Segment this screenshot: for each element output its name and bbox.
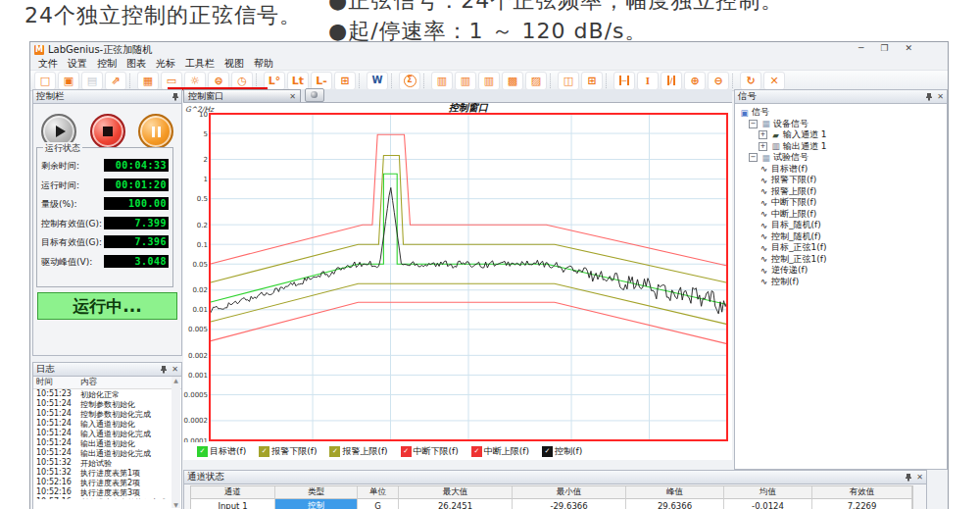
table-view-button[interactable]: ⊞: [581, 72, 603, 90]
wave-icon: ∿: [759, 177, 769, 185]
sigma-analysis-button[interactable]: Σ: [399, 72, 420, 90]
vertical-cursor-button[interactable]: I: [637, 72, 659, 90]
log-content: 执行进度表第3项: [77, 487, 140, 497]
menu-item-2[interactable]: 设置: [63, 57, 92, 71]
menu-item-3[interactable]: 控制: [92, 57, 122, 71]
expand-icon[interactable]: +: [759, 130, 767, 139]
status-field-row: 控制有效值(G):7.399: [37, 214, 172, 233]
legend-checkbox[interactable]: ✓: [259, 446, 270, 457]
close-icon[interactable]: ✕: [937, 92, 944, 101]
legend-item[interactable]: ✓目标谱(f): [197, 445, 246, 458]
tree-item[interactable]: ▣信号: [737, 107, 947, 119]
tree-item[interactable]: ∿控制_随机(f): [737, 231, 947, 243]
mixed-chart-button[interactable]: ▩: [502, 72, 523, 90]
export-button[interactable]: ⇗: [105, 72, 126, 90]
toolbar-separator: [359, 74, 364, 88]
minimize-button[interactable]: ─: [858, 43, 863, 53]
menu-item-7[interactable]: 视图: [220, 57, 249, 71]
tab-control-window[interactable]: 控制窗口 ✕: [183, 89, 301, 102]
spectrum-chart-1-button[interactable]: ▥: [431, 72, 453, 90]
window-title: LabGenius-正弦加随机: [48, 43, 152, 57]
word-report-button[interactable]: W: [367, 72, 388, 90]
legend-item[interactable]: ✓中断上限(f): [471, 445, 529, 458]
refresh-button[interactable]: ↻: [740, 72, 761, 90]
print-button[interactable]: ▦: [137, 72, 159, 90]
legend-item[interactable]: ✓控制(f): [542, 445, 582, 458]
menu-item-1[interactable]: 文件: [33, 57, 63, 71]
close-icon[interactable]: ✕: [916, 473, 923, 482]
layout-grid-button[interactable]: ◫: [558, 72, 579, 90]
menu-item-8[interactable]: 帮助: [249, 57, 278, 71]
menu-item-4[interactable]: 图表: [122, 57, 151, 71]
menu-item-6[interactable]: 工具栏: [180, 57, 220, 71]
legend-item[interactable]: ✓中断下限(f): [401, 445, 459, 458]
new-file-button[interactable]: □: [34, 72, 56, 90]
pin-icon[interactable]: [161, 366, 167, 374]
tree-item[interactable]: ∿目标_正弦1(f): [737, 242, 947, 254]
zoom-in-button[interactable]: ⊕: [684, 72, 706, 90]
tree-item[interactable]: ∿中断下限(f): [737, 197, 947, 209]
zoom-out-button[interactable]: ⊖: [708, 72, 729, 90]
tree-item[interactable]: ∿报警下限(f): [737, 175, 947, 186]
legend-checkbox[interactable]: ✓: [197, 446, 208, 457]
legend-item[interactable]: ✓报警上限(f): [329, 445, 387, 458]
abort-button[interactable]: ✕: [763, 72, 785, 90]
export-icon: ⇗: [111, 76, 120, 86]
pin-icon[interactable]: [926, 93, 932, 101]
tree-item[interactable]: +▥输出通道 1: [737, 141, 947, 153]
tree-item[interactable]: ∿控制(f): [737, 277, 947, 288]
diagonal-cursor-button[interactable]: ∕: [661, 72, 682, 90]
scroll-up-icon[interactable]: ▲: [173, 377, 178, 383]
tree-item[interactable]: ∿逆传递(f): [737, 265, 947, 277]
led-value: 7.399: [104, 217, 169, 229]
close-icon[interactable]: ✕: [172, 365, 178, 374]
legend-checkbox[interactable]: ✓: [542, 446, 553, 457]
legend-item[interactable]: ✓报警下限(f): [259, 445, 317, 458]
collapse-icon[interactable]: −: [749, 120, 758, 128]
tree-item[interactable]: ∿报警上限(f): [737, 186, 947, 198]
spectrum-chart-3-button[interactable]: ▥: [478, 72, 500, 90]
expand-icon[interactable]: +: [759, 142, 767, 151]
horizontal-cursor-button[interactable]: ─: [613, 72, 635, 90]
status-field-row: 驱动峰值(V):3.048: [37, 252, 172, 272]
wave-icon: ∿: [759, 267, 769, 276]
screenshot-camera-icon[interactable]: [305, 88, 324, 102]
channel-table-row[interactable]: Input 1控制G26.2451-29.636629.6366-0.01247…: [191, 499, 912, 509]
collapse-icon[interactable]: −: [749, 153, 758, 162]
log-time: 10:51:24: [33, 409, 77, 419]
log-time: 10:51:24: [33, 438, 77, 448]
filled-chart-button[interactable]: ▨: [525, 72, 547, 90]
pin-icon[interactable]: [906, 474, 911, 482]
window-layout-button[interactable]: ⊞: [334, 72, 356, 90]
channel-cell-8: 7.2269: [812, 499, 912, 509]
tree-item[interactable]: −▦试验信号: [737, 152, 947, 164]
level-spectrum-2-button[interactable]: Lt: [287, 72, 309, 90]
save-button[interactable]: ▣: [58, 72, 79, 90]
log-time: 10:51:24: [33, 448, 77, 458]
scroll-down-icon[interactable]: ▼: [173, 501, 178, 508]
tree-item[interactable]: +▰输入通道 1: [737, 129, 947, 141]
pin-icon[interactable]: [172, 93, 178, 101]
tab-close-icon[interactable]: ✕: [289, 92, 296, 101]
level-spectrum-3-button[interactable]: L-: [311, 72, 332, 90]
tree-item[interactable]: ∿中断上限(f): [737, 209, 947, 221]
pause-button[interactable]: [138, 114, 173, 149]
tree-item[interactable]: −▦设备信号: [737, 119, 947, 130]
legend-checkbox[interactable]: ✓: [471, 446, 482, 457]
tree-item[interactable]: ∿目标谱(f): [737, 164, 947, 176]
close-button[interactable]: ✕: [906, 43, 913, 53]
maximize-button[interactable]: ❐: [880, 43, 888, 53]
word-report-icon: W: [371, 76, 382, 85]
legend-checkbox[interactable]: ✓: [401, 446, 412, 457]
menu-item-5[interactable]: 光标: [151, 57, 180, 71]
log-scrollbar[interactable]: ▲▼: [172, 377, 180, 508]
log-time: 10:57:16: [33, 497, 77, 499]
tree-item[interactable]: ∿目标_随机(f): [737, 220, 947, 231]
tree-item[interactable]: ∿控制_正弦1(f): [737, 254, 947, 266]
spectrum-chart-2-button[interactable]: ▥: [455, 72, 476, 90]
schedule-clock-icon: ◷: [237, 76, 247, 86]
legend-checkbox[interactable]: ✓: [329, 446, 340, 457]
channel-status-title: 通道状态: [187, 471, 224, 484]
stop-button[interactable]: [90, 114, 125, 149]
open-button[interactable]: ▤: [81, 72, 103, 90]
